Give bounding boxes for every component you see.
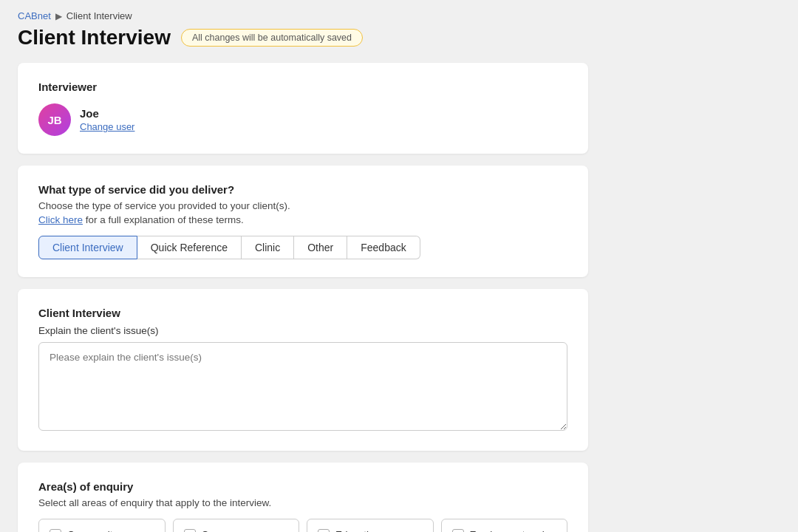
areas-card: Area(s) of enquiry Select all areas of e… [18, 463, 588, 532]
issue-field-label: Explain the client's issue(s) [38, 325, 567, 336]
interviewer-info: Joe Change user [80, 107, 134, 132]
category-consumer[interactable]: Consumer [173, 519, 300, 532]
breadcrumb-link[interactable]: CABnet [18, 10, 51, 21]
tab-clinic[interactable]: Clinic [242, 236, 294, 259]
client-interview-card: Client Interview Explain the client's is… [18, 289, 588, 451]
breadcrumb-separator: ▶ [55, 11, 62, 21]
service-question-link-row: Click here for a full explanation of the… [38, 214, 567, 225]
issue-textarea[interactable] [38, 342, 567, 431]
enquiry-title: Area(s) of enquiry [38, 480, 567, 493]
page-title: Client Interview [18, 26, 171, 50]
category-label-education: Education [335, 528, 380, 532]
tab-feedback[interactable]: Feedback [347, 236, 420, 259]
category-checkbox-consumer[interactable] [184, 529, 196, 532]
category-checkbox-community[interactable] [50, 529, 61, 532]
page-header: Client Interview All changes will be aut… [18, 26, 588, 50]
right-sidebar: Selected categories These are the catego… [606, 0, 783, 532]
service-question-sub: Choose the type of service you provided … [38, 200, 567, 211]
category-label-employment: Employment and Business [470, 528, 557, 532]
tab-client-interview[interactable]: Client Interview [38, 236, 137, 259]
category-employment[interactable]: Employment and Business [441, 519, 568, 532]
category-grid: Community Consumer Education Employment … [38, 519, 567, 532]
page-wrapper: CABnet ▶ Client Interview Client Intervi… [0, 0, 798, 532]
service-question-title: What type of service did you deliver? [38, 183, 567, 196]
interviewer-name: Joe [80, 107, 134, 120]
tab-quick-reference[interactable]: Quick Reference [137, 236, 242, 259]
category-education[interactable]: Education [307, 519, 434, 532]
category-checkbox-employment[interactable] [452, 529, 464, 532]
change-user-link[interactable]: Change user [80, 121, 134, 132]
avatar: JB [38, 103, 71, 136]
service-tabs-row: Client Interview Quick Reference Clinic … [38, 236, 567, 259]
main-content: CABnet ▶ Client Interview Client Intervi… [0, 0, 606, 532]
category-community[interactable]: Community [38, 519, 166, 532]
autosave-badge: All changes will be automatically saved [181, 29, 363, 47]
interviewer-label: Interviewer [38, 81, 567, 93]
interviewer-card: Interviewer JB Joe Change user [18, 63, 588, 154]
client-interview-title: Client Interview [38, 307, 567, 319]
breadcrumb: CABnet ▶ Client Interview [18, 10, 588, 21]
category-checkbox-education[interactable] [318, 529, 330, 532]
explanation-link[interactable]: Click here [38, 214, 83, 225]
tab-other[interactable]: Other [294, 236, 347, 259]
category-label-consumer: Consumer [202, 528, 248, 532]
enquiry-sub: Select all areas of enquiry that apply t… [38, 497, 567, 508]
service-type-card: What type of service did you deliver? Ch… [18, 166, 588, 277]
interviewer-row: JB Joe Change user [38, 103, 567, 136]
breadcrumb-current: Client Interview [66, 10, 132, 21]
category-label-community: Community [67, 528, 117, 532]
